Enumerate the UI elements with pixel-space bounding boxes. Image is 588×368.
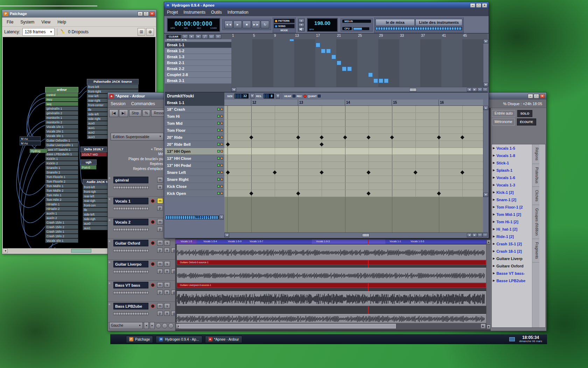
bpm-down-icon[interactable]: ▼ — [299, 23, 304, 27]
p-button[interactable]: p — [157, 206, 163, 211]
expand-arrow-icon[interactable]: ▶ — [493, 250, 495, 253]
patch-port[interactable]: monitor/in 1 — [45, 115, 78, 120]
pan-dial[interactable]: ◦ — [156, 323, 161, 328]
track-grip[interactable]: ≡ — [108, 281, 110, 285]
solo-led[interactable] — [220, 143, 223, 145]
patch-node-title[interactable]: ugh — [80, 159, 97, 165]
region-list-item[interactable]: ▶ Ride-1 [2] — [492, 233, 532, 240]
g-button[interactable]: g — [171, 290, 175, 295]
solo-led[interactable] — [220, 192, 223, 195]
instrument-row[interactable]: Snare Right — [165, 176, 224, 183]
note-grid-row[interactable] — [224, 190, 483, 197]
region-list-item[interactable]: ▶ Guitare Oxford — [492, 262, 532, 270]
solo-led[interactable] — [220, 122, 223, 124]
transport-button[interactable]: ■ — [243, 21, 251, 28]
note-grid-row[interactable] — [224, 148, 483, 155]
song-grid-cell[interactable] — [316, 43, 320, 47]
region-list-item[interactable]: ▶ Vocals 1-3 — [492, 181, 532, 189]
song-grid-cell[interactable] — [331, 55, 336, 59]
menu-item[interactable]: Help — [54, 19, 69, 26]
note-diamond[interactable] — [273, 170, 276, 174]
hear-toggle[interactable] — [293, 95, 295, 97]
minimize-button[interactable]: – — [138, 12, 143, 16]
region-list-item[interactable]: ▶ Vocals 1-5 — [492, 144, 532, 152]
song-tool-button[interactable]: ▾ — [195, 34, 201, 39]
solo-led[interactable] — [220, 150, 223, 152]
instrument-row[interactable]: Tom Mid — [165, 120, 224, 127]
song-tool-button[interactable]: + — [182, 34, 188, 39]
source-region[interactable]: Guitare Liverpool-0-source-1 — [177, 283, 486, 288]
note-diamond[interactable] — [460, 135, 464, 139]
note-diamond[interactable] — [460, 170, 464, 174]
pattern-ruler-numbers[interactable]: 1213141516 — [224, 100, 483, 106]
note-diamond[interactable] — [296, 191, 300, 195]
record-arm-button[interactable] — [150, 241, 155, 245]
song-grid-cell[interactable] — [379, 79, 383, 83]
solo-led[interactable] — [220, 171, 223, 173]
patch-port[interactable]: Crash 18/in 1 — [45, 229, 78, 234]
patchage-titlebar[interactable]: P Patchage – □ × — [2, 10, 156, 18]
mute-led[interactable] — [217, 143, 220, 145]
track-grip[interactable]: ≡ — [108, 197, 110, 201]
expand-arrow-icon[interactable]: ▶ — [493, 264, 495, 267]
velocity-bar[interactable]: Velocite — [166, 216, 219, 219]
pan-dial[interactable]: ◦ — [162, 323, 167, 328]
patch-port[interactable]: aux/in 2 — [45, 216, 78, 220]
track-name[interactable]: général — [113, 177, 148, 183]
instrument-row[interactable]: Tom Floor — [165, 127, 224, 134]
region-list-item[interactable]: ▶ Basse LPB2ube — [492, 277, 532, 284]
a-button[interactable]: a — [164, 269, 170, 274]
note-diamond[interactable] — [366, 135, 370, 139]
song-grid-cell[interactable] — [373, 79, 378, 83]
zoom-out-button[interactable]: − — [483, 233, 488, 237]
maximize-button[interactable]: □ — [476, 3, 481, 8]
region-list-item[interactable]: ▶ Kick-1 [2] — [492, 189, 532, 196]
auto-input-toggle[interactable]: Entrée auto — [492, 110, 515, 117]
track-grip[interactable]: ≡ — [108, 218, 110, 222]
pattern-hscrollbar[interactable]: ◄ ◄ ► + − — [224, 232, 488, 237]
m-button[interactable]: m — [157, 261, 163, 267]
menu-item[interactable]: View — [38, 19, 54, 26]
note-diamond[interactable] — [249, 191, 253, 195]
note-diamond[interactable] — [437, 191, 441, 195]
note-diamond[interactable] — [390, 135, 394, 139]
note-grid-row[interactable] — [224, 155, 483, 162]
s-button[interactable]: s — [164, 261, 170, 267]
edit-mode-select[interactable]: Édition Superposable▼ — [111, 133, 164, 141]
patch-port[interactable]: Crash 15/in 1 — [45, 220, 78, 225]
scroll-thumb[interactable] — [410, 88, 416, 91]
scroll-left-icon[interactable]: ◄ — [3, 248, 8, 253]
patch-port[interactable]: Guitar Oxford/in 1 — [45, 138, 78, 143]
instrument-rack-button[interactable]: Liste des instruments — [415, 19, 462, 26]
song-grid-cell[interactable] — [321, 49, 326, 53]
track-name[interactable]: Guitar Liverpo — [113, 261, 148, 267]
instrument-row[interactable]: 20" Ride — [165, 134, 224, 141]
solo-led[interactable] — [220, 115, 223, 117]
pattern-row[interactable]: Break 3-1 — [165, 78, 231, 84]
scroll-left-icon[interactable]: ◄ — [231, 88, 236, 92]
mute-led[interactable] — [217, 108, 220, 110]
scroll-down-icon[interactable]: ▼ — [486, 325, 491, 329]
hydrogen-titlebar[interactable]: H Hydrogen 0.9.4 - Apnee – □ × — [164, 2, 489, 8]
m-button[interactable]: m — [157, 303, 163, 309]
region-list-item[interactable]: ▶ Tom Hi-1 [2] — [492, 218, 532, 225]
mute-led[interactable] — [217, 136, 220, 138]
scroll-thumb[interactable] — [362, 233, 369, 237]
pattern-row[interactable]: Break 1-2 — [165, 48, 231, 54]
song-tool-button[interactable]: ▭ — [209, 34, 215, 39]
patch-port[interactable]: monitor/in 2 — [45, 120, 78, 124]
patch-port[interactable]: Tom Hi/in 2 — [45, 197, 78, 202]
quantize-toggle[interactable] — [318, 95, 321, 97]
song-tool-button[interactable]: ╱ — [202, 34, 208, 39]
instrument-row[interactable]: Snare Left — [165, 169, 224, 176]
scroll-thumb[interactable] — [179, 324, 396, 328]
s-button[interactable]: s — [164, 240, 170, 246]
menu-item[interactable]: Projet — [167, 10, 178, 15]
region-list-item[interactable]: ▶ Hi_hat-1 [2] — [492, 225, 532, 233]
audio-region[interactable] — [177, 268, 486, 283]
g-button[interactable]: g — [171, 311, 175, 316]
m-button[interactable]: m — [157, 219, 163, 225]
taskbar-item[interactable]: a*Apnee - Ardour — [205, 336, 242, 343]
note-diamond[interactable] — [320, 170, 323, 174]
transport-button[interactable]: |◀ — [109, 109, 118, 117]
